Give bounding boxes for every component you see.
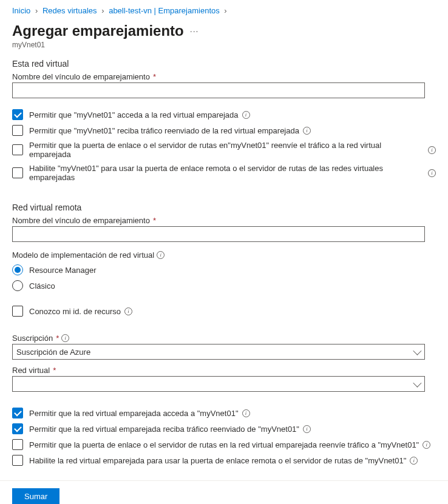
chevron-right-icon: › <box>101 6 104 15</box>
breadcrumb-home[interactable]: Inicio <box>12 6 30 15</box>
this-vnet-heading: Esta red virtual <box>12 59 436 69</box>
add-button[interactable]: Sumar <box>12 488 59 504</box>
subscription-label: Suscripción <box>12 334 53 343</box>
allow-gateway-transit-to-remote-checkbox[interactable] <box>12 144 23 155</box>
remote-vnet-link-name-label: Nombre del vínculo de emparejamiento <box>12 216 150 225</box>
info-icon[interactable]: i <box>61 334 69 342</box>
required-indicator: * <box>56 334 59 343</box>
info-icon[interactable]: i <box>303 425 311 433</box>
chevron-down-icon <box>413 347 421 355</box>
remote-allow-forwarded-from-local-label: Permitir que la red virtual emparejada r… <box>29 425 299 434</box>
more-actions-button[interactable]: ··· <box>190 26 199 36</box>
use-remote-gateway-checkbox[interactable] <box>12 167 23 178</box>
subscription-select[interactable]: Suscripción de Azure <box>12 344 425 360</box>
subscription-value: Suscripción de Azure <box>16 348 90 357</box>
page-title: Agregar emparejamiento <box>12 22 184 39</box>
know-resource-id-label: Conozco mi id. de recurso <box>29 307 121 316</box>
deployment-classic-label: Clásico <box>29 281 55 291</box>
info-icon[interactable]: i <box>242 111 250 119</box>
remote-allow-access-to-local-label: Permitir que la red virtual emparejada a… <box>29 409 239 418</box>
remote-allow-forwarded-from-local-checkbox[interactable] <box>12 423 23 434</box>
breadcrumb-resource[interactable]: abell-test-vn | Emparejamientos <box>109 6 220 15</box>
remote-use-local-gateway-checkbox[interactable] <box>12 455 23 466</box>
allow-access-to-remote-checkbox[interactable] <box>12 109 23 120</box>
info-icon[interactable]: i <box>428 146 436 154</box>
chevron-right-icon: › <box>224 6 226 15</box>
info-icon[interactable]: i <box>428 169 436 177</box>
info-icon[interactable]: i <box>423 441 430 449</box>
this-vnet-link-name-label: Nombre del vínculo de emparejamiento <box>12 72 150 81</box>
chevron-right-icon: › <box>35 6 38 15</box>
info-icon[interactable]: i <box>303 127 311 135</box>
deployment-model-label: Modelo de implementación de red virtual <box>12 250 154 260</box>
this-vnet-link-name-input[interactable] <box>12 82 425 98</box>
remote-allow-access-to-local-checkbox[interactable] <box>12 408 23 418</box>
allow-access-to-remote-label: Permitir que "myVnet01" acceda a la red … <box>29 110 239 119</box>
page-subtitle: myVnet01 <box>12 41 436 49</box>
chevron-down-icon <box>413 379 421 388</box>
allow-gateway-transit-to-remote-label: Permitir que la puerta de enlace o el se… <box>29 141 424 159</box>
allow-forwarded-from-remote-checkbox[interactable] <box>12 125 23 136</box>
remote-use-local-gateway-label: Habilite la red virtual emparejada para … <box>29 456 406 465</box>
deployment-classic-radio[interactable] <box>12 280 23 291</box>
breadcrumb-vnets[interactable]: Redes virtuales <box>42 6 97 15</box>
vnet-label: Red virtual <box>12 366 50 375</box>
remote-vnet-heading: Red virtual remota <box>12 203 436 212</box>
required-indicator: * <box>53 366 56 375</box>
info-icon[interactable]: i <box>242 409 250 417</box>
allow-forwarded-from-remote-label: Permitir que "myVnet01" reciba tráfico r… <box>29 126 299 135</box>
remote-vnet-link-name-input[interactable] <box>12 226 425 242</box>
required-indicator: * <box>153 72 156 81</box>
remote-allow-gateway-transit-to-local-label: Permitir que la puerta de enlace o el se… <box>29 440 419 449</box>
deployment-resource-manager-label: Resource Manager <box>29 266 97 275</box>
know-resource-id-checkbox[interactable] <box>12 306 23 317</box>
vnet-select[interactable] <box>12 376 425 392</box>
breadcrumb: Inicio › Redes virtuales › abell-test-vn… <box>12 6 436 20</box>
info-icon[interactable]: i <box>157 251 165 259</box>
info-icon[interactable]: i <box>124 307 132 315</box>
required-indicator: * <box>153 216 156 225</box>
use-remote-gateway-label: Habilite "myVnet01" para usar la puerta … <box>29 164 424 182</box>
deployment-resource-manager-radio[interactable] <box>12 264 23 275</box>
remote-allow-gateway-transit-to-local-checkbox[interactable] <box>12 439 23 450</box>
info-icon[interactable]: i <box>410 457 418 465</box>
